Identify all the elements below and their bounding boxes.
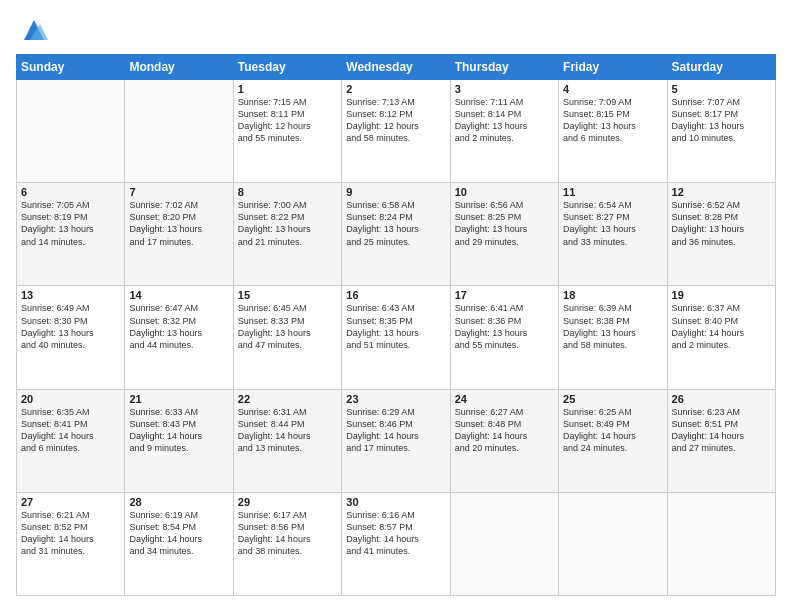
day-info: Sunrise: 7:07 AM Sunset: 8:17 PM Dayligh…	[672, 96, 771, 145]
weekday-header-monday: Monday	[125, 55, 233, 80]
day-number: 27	[21, 496, 120, 508]
day-info: Sunrise: 7:09 AM Sunset: 8:15 PM Dayligh…	[563, 96, 662, 145]
day-number: 15	[238, 289, 337, 301]
calendar-cell: 5Sunrise: 7:07 AM Sunset: 8:17 PM Daylig…	[667, 80, 775, 183]
calendar-table: SundayMondayTuesdayWednesdayThursdayFrid…	[16, 54, 776, 596]
calendar-cell	[450, 492, 558, 595]
day-number: 19	[672, 289, 771, 301]
calendar-cell: 29Sunrise: 6:17 AM Sunset: 8:56 PM Dayli…	[233, 492, 341, 595]
day-number: 8	[238, 186, 337, 198]
day-number: 16	[346, 289, 445, 301]
day-info: Sunrise: 6:16 AM Sunset: 8:57 PM Dayligh…	[346, 509, 445, 558]
day-number: 29	[238, 496, 337, 508]
day-info: Sunrise: 6:33 AM Sunset: 8:43 PM Dayligh…	[129, 406, 228, 455]
calendar-week-1: 1Sunrise: 7:15 AM Sunset: 8:11 PM Daylig…	[17, 80, 776, 183]
calendar-cell: 24Sunrise: 6:27 AM Sunset: 8:48 PM Dayli…	[450, 389, 558, 492]
day-number: 24	[455, 393, 554, 405]
day-info: Sunrise: 6:29 AM Sunset: 8:46 PM Dayligh…	[346, 406, 445, 455]
weekday-header-wednesday: Wednesday	[342, 55, 450, 80]
day-info: Sunrise: 6:21 AM Sunset: 8:52 PM Dayligh…	[21, 509, 120, 558]
weekday-header-tuesday: Tuesday	[233, 55, 341, 80]
day-info: Sunrise: 7:02 AM Sunset: 8:20 PM Dayligh…	[129, 199, 228, 248]
day-info: Sunrise: 6:49 AM Sunset: 8:30 PM Dayligh…	[21, 302, 120, 351]
day-number: 5	[672, 83, 771, 95]
day-info: Sunrise: 6:52 AM Sunset: 8:28 PM Dayligh…	[672, 199, 771, 248]
calendar-week-5: 27Sunrise: 6:21 AM Sunset: 8:52 PM Dayli…	[17, 492, 776, 595]
calendar-cell: 9Sunrise: 6:58 AM Sunset: 8:24 PM Daylig…	[342, 183, 450, 286]
calendar-cell: 16Sunrise: 6:43 AM Sunset: 8:35 PM Dayli…	[342, 286, 450, 389]
logo	[16, 16, 48, 44]
weekday-header-thursday: Thursday	[450, 55, 558, 80]
day-info: Sunrise: 6:37 AM Sunset: 8:40 PM Dayligh…	[672, 302, 771, 351]
calendar-cell	[125, 80, 233, 183]
day-number: 26	[672, 393, 771, 405]
calendar-cell: 25Sunrise: 6:25 AM Sunset: 8:49 PM Dayli…	[559, 389, 667, 492]
calendar-cell: 27Sunrise: 6:21 AM Sunset: 8:52 PM Dayli…	[17, 492, 125, 595]
day-number: 17	[455, 289, 554, 301]
calendar-cell: 6Sunrise: 7:05 AM Sunset: 8:19 PM Daylig…	[17, 183, 125, 286]
calendar-cell: 15Sunrise: 6:45 AM Sunset: 8:33 PM Dayli…	[233, 286, 341, 389]
day-number: 1	[238, 83, 337, 95]
day-number: 22	[238, 393, 337, 405]
calendar-cell: 3Sunrise: 7:11 AM Sunset: 8:14 PM Daylig…	[450, 80, 558, 183]
day-info: Sunrise: 6:27 AM Sunset: 8:48 PM Dayligh…	[455, 406, 554, 455]
weekday-header-sunday: Sunday	[17, 55, 125, 80]
day-info: Sunrise: 7:15 AM Sunset: 8:11 PM Dayligh…	[238, 96, 337, 145]
calendar-cell: 20Sunrise: 6:35 AM Sunset: 8:41 PM Dayli…	[17, 389, 125, 492]
day-number: 13	[21, 289, 120, 301]
day-info: Sunrise: 6:19 AM Sunset: 8:54 PM Dayligh…	[129, 509, 228, 558]
day-info: Sunrise: 7:13 AM Sunset: 8:12 PM Dayligh…	[346, 96, 445, 145]
day-info: Sunrise: 6:39 AM Sunset: 8:38 PM Dayligh…	[563, 302, 662, 351]
day-number: 2	[346, 83, 445, 95]
day-number: 23	[346, 393, 445, 405]
calendar-cell: 4Sunrise: 7:09 AM Sunset: 8:15 PM Daylig…	[559, 80, 667, 183]
calendar-cell: 12Sunrise: 6:52 AM Sunset: 8:28 PM Dayli…	[667, 183, 775, 286]
calendar-cell	[667, 492, 775, 595]
calendar-cell: 13Sunrise: 6:49 AM Sunset: 8:30 PM Dayli…	[17, 286, 125, 389]
calendar-week-4: 20Sunrise: 6:35 AM Sunset: 8:41 PM Dayli…	[17, 389, 776, 492]
calendar-cell	[17, 80, 125, 183]
calendar-cell: 17Sunrise: 6:41 AM Sunset: 8:36 PM Dayli…	[450, 286, 558, 389]
calendar-cell: 8Sunrise: 7:00 AM Sunset: 8:22 PM Daylig…	[233, 183, 341, 286]
logo-icon	[20, 16, 48, 44]
calendar-cell: 28Sunrise: 6:19 AM Sunset: 8:54 PM Dayli…	[125, 492, 233, 595]
day-number: 12	[672, 186, 771, 198]
day-number: 10	[455, 186, 554, 198]
day-info: Sunrise: 6:58 AM Sunset: 8:24 PM Dayligh…	[346, 199, 445, 248]
day-info: Sunrise: 6:41 AM Sunset: 8:36 PM Dayligh…	[455, 302, 554, 351]
day-number: 30	[346, 496, 445, 508]
calendar-cell: 11Sunrise: 6:54 AM Sunset: 8:27 PM Dayli…	[559, 183, 667, 286]
calendar-cell: 30Sunrise: 6:16 AM Sunset: 8:57 PM Dayli…	[342, 492, 450, 595]
day-number: 6	[21, 186, 120, 198]
calendar-cell: 1Sunrise: 7:15 AM Sunset: 8:11 PM Daylig…	[233, 80, 341, 183]
day-info: Sunrise: 6:56 AM Sunset: 8:25 PM Dayligh…	[455, 199, 554, 248]
calendar-cell: 14Sunrise: 6:47 AM Sunset: 8:32 PM Dayli…	[125, 286, 233, 389]
calendar-cell: 22Sunrise: 6:31 AM Sunset: 8:44 PM Dayli…	[233, 389, 341, 492]
weekday-header-friday: Friday	[559, 55, 667, 80]
day-info: Sunrise: 7:00 AM Sunset: 8:22 PM Dayligh…	[238, 199, 337, 248]
calendar-cell: 19Sunrise: 6:37 AM Sunset: 8:40 PM Dayli…	[667, 286, 775, 389]
day-info: Sunrise: 7:11 AM Sunset: 8:14 PM Dayligh…	[455, 96, 554, 145]
calendar-cell	[559, 492, 667, 595]
calendar-cell: 2Sunrise: 7:13 AM Sunset: 8:12 PM Daylig…	[342, 80, 450, 183]
weekday-header-saturday: Saturday	[667, 55, 775, 80]
day-info: Sunrise: 6:31 AM Sunset: 8:44 PM Dayligh…	[238, 406, 337, 455]
day-number: 28	[129, 496, 228, 508]
calendar-cell: 7Sunrise: 7:02 AM Sunset: 8:20 PM Daylig…	[125, 183, 233, 286]
calendar-cell: 23Sunrise: 6:29 AM Sunset: 8:46 PM Dayli…	[342, 389, 450, 492]
day-info: Sunrise: 6:35 AM Sunset: 8:41 PM Dayligh…	[21, 406, 120, 455]
day-info: Sunrise: 6:43 AM Sunset: 8:35 PM Dayligh…	[346, 302, 445, 351]
day-number: 4	[563, 83, 662, 95]
day-number: 7	[129, 186, 228, 198]
calendar-cell: 18Sunrise: 6:39 AM Sunset: 8:38 PM Dayli…	[559, 286, 667, 389]
day-info: Sunrise: 6:47 AM Sunset: 8:32 PM Dayligh…	[129, 302, 228, 351]
calendar-cell: 10Sunrise: 6:56 AM Sunset: 8:25 PM Dayli…	[450, 183, 558, 286]
day-number: 9	[346, 186, 445, 198]
calendar-week-2: 6Sunrise: 7:05 AM Sunset: 8:19 PM Daylig…	[17, 183, 776, 286]
calendar-cell: 26Sunrise: 6:23 AM Sunset: 8:51 PM Dayli…	[667, 389, 775, 492]
day-number: 25	[563, 393, 662, 405]
day-number: 18	[563, 289, 662, 301]
day-info: Sunrise: 7:05 AM Sunset: 8:19 PM Dayligh…	[21, 199, 120, 248]
day-info: Sunrise: 6:54 AM Sunset: 8:27 PM Dayligh…	[563, 199, 662, 248]
day-info: Sunrise: 6:23 AM Sunset: 8:51 PM Dayligh…	[672, 406, 771, 455]
